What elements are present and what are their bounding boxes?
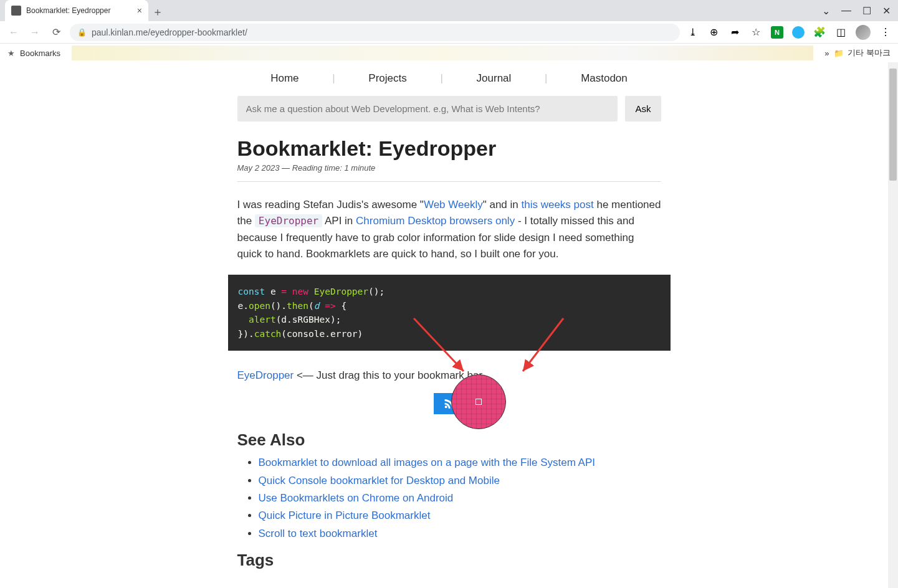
list-item: Bookmarklet to download all images on a … — [259, 455, 661, 471]
address-bar: ← → ⟳ 🔒 paul.kinlan.me/eyedropper-bookma… — [0, 21, 898, 44]
back-button[interactable]: ← — [6, 25, 21, 40]
drag-instruction: EyeDropper <— Just drag this to your boo… — [237, 369, 661, 382]
bookmarks-label[interactable]: Bookmarks — [20, 49, 60, 58]
site-nav: Home | Projects | Journal | Mastodon — [237, 72, 661, 85]
article-meta: May 2 2023 — Reading time: 1 minute — [237, 163, 661, 173]
rss-icon — [442, 397, 456, 410]
list-item: Quick Picture in Picture Bookmarklet — [259, 508, 661, 524]
bookmarks-blur — [72, 45, 813, 60]
browser-tab[interactable]: Bookmarklet: Eyedropper × — [5, 0, 148, 21]
page-viewport[interactable]: Home | Projects | Journal | Mastodon Ask… — [0, 62, 898, 588]
nav-home[interactable]: Home — [270, 72, 299, 85]
forward-button[interactable]: → — [27, 25, 42, 40]
code-eyedropper: EyeDropper — [255, 214, 322, 227]
share-icon[interactable]: ➦ — [728, 26, 741, 39]
extension-n-icon[interactable]: N — [771, 26, 783, 39]
bookmarks-bar: ★ Bookmarks » 📁 기타 북마크 — [0, 44, 898, 62]
scrollbar[interactable] — [888, 62, 898, 588]
link-web-weekly[interactable]: Web Weekly — [424, 199, 483, 211]
list-item: Quick Console bookmarklet for Desktop an… — [259, 473, 661, 489]
window-controls: ⌄ — ☐ ✕ — [822, 0, 898, 21]
translate-icon[interactable]: ⊕ — [707, 26, 720, 39]
ask-button[interactable]: Ask — [625, 96, 661, 121]
link-chromium-only[interactable]: Chromium Desktop browsers only — [356, 215, 515, 227]
star-icon[interactable]: ☆ — [750, 26, 762, 39]
bookmarklet-link[interactable]: EyeDropper — [237, 369, 294, 381]
other-bookmarks-label: 기타 북마크 — [848, 47, 891, 59]
bookmarks-star-icon[interactable]: ★ — [7, 49, 15, 58]
minimize-icon[interactable]: — — [841, 5, 851, 16]
body-paragraph: I was reading Stefan Judis's awesome "We… — [237, 197, 661, 262]
search-input[interactable] — [237, 96, 618, 121]
bookmarks-overflow[interactable]: » — [824, 49, 829, 58]
chevron-down-icon[interactable]: ⌄ — [822, 5, 830, 17]
nav-journal[interactable]: Journal — [477, 72, 512, 85]
menu-icon[interactable]: ⋮ — [879, 26, 892, 39]
extension-blue-icon[interactable] — [792, 26, 805, 39]
scrollbar-thumb[interactable] — [889, 69, 897, 181]
loupe-target-icon — [475, 399, 482, 405]
folder-icon: 📁 — [834, 49, 844, 58]
new-tab-button[interactable]: ＋ — [148, 2, 167, 21]
reload-button[interactable]: ⟳ — [49, 25, 64, 40]
maximize-icon[interactable]: ☐ — [862, 5, 871, 17]
list-item: Scroll to text bookmarklet — [259, 526, 661, 542]
see-also-list: Bookmarklet to download all images on a … — [237, 455, 661, 542]
code-block: const e = new EyeDropper(); e.open().the… — [228, 275, 671, 351]
close-window-icon[interactable]: ✕ — [882, 5, 891, 17]
nav-mastodon[interactable]: Mastodon — [581, 72, 628, 85]
install-icon[interactable]: ⤓ — [686, 26, 699, 39]
extensions-puzzle-icon[interactable]: 🧩 — [813, 26, 826, 39]
lock-icon: 🔒 — [77, 28, 87, 37]
list-item: Use Bookmarklets on Chrome on Android — [259, 490, 661, 506]
tab-bar: Bookmarklet: Eyedropper × ＋ ⌄ — ☐ ✕ — [0, 0, 898, 21]
sidepanel-icon[interactable]: ◫ — [834, 26, 847, 39]
rss-button[interactable] — [434, 393, 465, 414]
tab-title: Bookmarklet: Eyedropper — [26, 6, 110, 15]
profile-avatar[interactable] — [856, 25, 871, 40]
link-this-weeks-post[interactable]: this weeks post — [522, 199, 594, 211]
tags-heading: Tags — [237, 551, 661, 570]
url-input[interactable]: 🔒 paul.kinlan.me/eyedropper-bookmarklet/ — [70, 24, 680, 41]
url-text: paul.kinlan.me/eyedropper-bookmarklet/ — [92, 27, 247, 37]
see-also-heading: See Also — [237, 430, 661, 450]
close-tab-icon[interactable]: × — [137, 6, 142, 16]
favicon-icon — [11, 6, 21, 16]
other-bookmarks[interactable]: 📁 기타 북마크 — [834, 47, 891, 59]
nav-projects[interactable]: Projects — [368, 72, 406, 85]
page-title: Bookmarklet: Eyedropper — [237, 136, 661, 161]
